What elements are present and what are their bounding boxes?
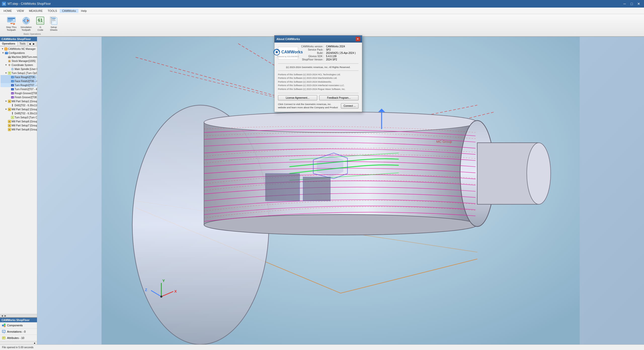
- feedback-program-button[interactable]: Feedback Program...: [319, 95, 358, 100]
- setup-sheets-button[interactable]: SetupSheets: [48, 16, 59, 32]
- tree-item-turn-finish2[interactable]: ▷ F Turn Finish2[T07 - 40x55: [1, 87, 36, 91]
- finish-groove2-label: Finish Groove2[T08 - 2.54 C: [15, 96, 37, 99]
- step-thru-icon: [7, 16, 16, 25]
- tree-item-finish-groove2[interactable]: ▷ FG Finish Groove2[T08 - 2.54 C: [1, 95, 36, 99]
- version-value: CAMWorks 2024: [326, 45, 356, 48]
- tab-operations[interactable]: Operations: [0, 42, 18, 46]
- tree-item-main-spindle[interactable]: ▷ Main Spindle [User Define: [1, 67, 36, 71]
- svg-marker-6: [13, 23, 15, 25]
- tree-item-configurations[interactable]: ▼ Configurations: [1, 51, 36, 55]
- annotations-label: Annotations - 0: [7, 330, 26, 333]
- svg-text:M: M: [3, 3, 5, 5]
- tree-item-stock[interactable]: ▷ Stock Manager[1005]: [1, 59, 36, 63]
- window-controls: ─ □ ✕: [621, 1, 642, 7]
- step-thru-toolpath-button[interactable]: Step ThruToolpath: [5, 16, 18, 32]
- portion-2: Portions of this Software (c) 2023-2024 …: [278, 80, 358, 84]
- close-button[interactable]: ✕: [635, 1, 642, 7]
- configurations-label: Configurations: [9, 52, 25, 54]
- ribbon-icons: Step ThruToolpath SimulationToolpath: [5, 15, 59, 32]
- svg-rect-7: [10, 23, 13, 24]
- minimize-button[interactable]: ─: [621, 1, 628, 7]
- svg-point-91: [204, 112, 477, 132]
- simulation-icon: [22, 16, 31, 25]
- tree-item-turn-rough2[interactable]: ▷ R Turn Rough2[T07 - 40x55: [1, 83, 36, 87]
- turn-finish2-icon: F: [11, 87, 14, 91]
- mill2-label: Mill Part Setup2 [Group6]: [12, 108, 37, 111]
- menu-tools[interactable]: TOOLS: [45, 9, 60, 13]
- face-finish-label: Face Finish2[T06 - 40x80: [15, 80, 37, 83]
- panel-tab-row: Operations Tools ◀ ▶: [0, 41, 37, 46]
- turn-rough2-label: Turn Rough2[T07 - 40x55: [15, 84, 37, 87]
- tree-item-drill1[interactable]: ▷ Drill1[T02 - 6.30x118.00deg: [1, 103, 36, 107]
- svg-point-111: [276, 51, 278, 53]
- expand-bottom-arrow[interactable]: ▲: [33, 342, 36, 344]
- portions-text: Portions of this Software (c) 2023-2024 …: [278, 73, 358, 91]
- spindle-label: Main Spindle [User Define: [15, 68, 37, 71]
- components-icon: [2, 323, 6, 328]
- expand-configurations[interactable]: ▼: [2, 51, 5, 54]
- panel-scroll-right[interactable]: ▶: [4, 314, 7, 317]
- tree-item-mill-setup8[interactable]: ▷ M Mill Part Setup8 [Group9]: [1, 127, 36, 131]
- tree-item-turn-setup3[interactable]: ▷ T Turn Setup3 [Turn OpSetups]: [1, 115, 36, 119]
- panel-scroll-left[interactable]: ◀: [1, 314, 4, 317]
- tree-item-face-rough[interactable]: ▷ R Face Rough2[T06 - 40x80: [1, 75, 36, 79]
- svg-text:N: N: [5, 48, 6, 50]
- menu-view[interactable]: VIEW: [14, 9, 26, 13]
- simulation-toolpath-button[interactable]: SimulationToolpath: [20, 16, 33, 32]
- coord-label: Coordinate System: [12, 64, 33, 66]
- nc-label: CAMWorks NC Manager: [8, 48, 36, 50]
- maximize-button[interactable]: □: [628, 1, 635, 7]
- g-code-button[interactable]: G1 GCode: [35, 16, 46, 32]
- ribbon-group-basic-ops: Step ThruToolpath SimulationToolpath: [2, 15, 62, 36]
- expand-mill1[interactable]: ▼: [5, 100, 8, 103]
- tree-item-rough-groove2[interactable]: ▷ RG Rough Groove2[T08 - 2.54: [1, 91, 36, 95]
- annotations-icon: [2, 329, 6, 334]
- expand-mill2[interactable]: ▼: [5, 108, 8, 111]
- expand-turn-setup1[interactable]: ▼: [5, 72, 8, 75]
- glovius-label: Glovius SDK :: [301, 55, 324, 58]
- annotations-item[interactable]: Annotations - 0: [0, 329, 37, 335]
- tree-item-mill-part-setup1[interactable]: ▼ M Mill Part Setup1 [Group1]: [1, 99, 36, 103]
- license-agreement-button[interactable]: License Agreement...: [278, 95, 317, 100]
- expand-camworks-nc[interactable]: ▼: [1, 47, 4, 50]
- menu-help[interactable]: Help: [78, 9, 89, 13]
- tree-item-mill-setup6[interactable]: ▷ M Mill Part Setup6 [Group7]: [1, 119, 36, 123]
- svg-text:Z: Z: [145, 288, 147, 292]
- svg-text:M: M: [9, 109, 10, 110]
- attributes-item[interactable]: Attributes - 10: [0, 335, 37, 341]
- service-pack-label: Service Pack :: [301, 48, 324, 51]
- tree-item-drill2[interactable]: ▷ Drill5[T02 - 6.30x118.00deg: [1, 111, 36, 115]
- turn-setup1-label: Turn Setup1 [Turn OpSetup1]: [12, 72, 37, 75]
- tree-item-mill-setup7[interactable]: ▷ M Mill Part Setup7 [Group8]: [1, 123, 36, 127]
- svg-text:F: F: [12, 89, 13, 90]
- drill2-label: Drill5[T02 - 6.30x118.00deg: [15, 112, 37, 115]
- dialog-close-button[interactable]: ✕: [355, 37, 360, 41]
- face-rough-label: Face Rough2[T06 - 40x80: [15, 76, 37, 79]
- tab-left-arrow[interactable]: ◀: [28, 43, 32, 45]
- step-thru-label: Step ThruToolpath: [6, 26, 17, 31]
- nc-icon: N: [4, 47, 8, 51]
- tree-item-coordinate[interactable]: ▼ Coordinate System: [1, 63, 36, 67]
- menu-bar: HOME VIEW MEASURE TOOLS CAMWorks Help: [0, 8, 644, 14]
- menu-camworks[interactable]: CAMWorks: [60, 9, 78, 13]
- tab-right-arrow[interactable]: ▶: [32, 43, 36, 45]
- connect-button[interactable]: Connect ...: [341, 103, 358, 109]
- tree-item-face-finish[interactable]: ▷ F Face Finish2[T06 - 40x80: [1, 79, 36, 83]
- mill1-icon: M: [8, 99, 11, 103]
- expand-coordinate[interactable]: ▼: [5, 63, 8, 66]
- portion-0: Portions of this Software (c) 2023-2024 …: [278, 73, 358, 76]
- tree-item-machine[interactable]: ▷ Machine [Mill/Turn-mm]: [1, 55, 36, 59]
- expand-arrow-row: ▲: [0, 341, 37, 344]
- tree-item-camworks-nc[interactable]: ▼ N CAMWorks NC Manager: [1, 47, 36, 51]
- components-item[interactable]: Components: [0, 322, 37, 329]
- tree-item-mill-part-setup2[interactable]: ▼ M Mill Part Setup2 [Group6]: [1, 107, 36, 111]
- svg-text:RG: RG: [11, 93, 13, 94]
- operations-tree: ▼ N CAMWorks NC Manager ▼ Configurations…: [0, 46, 37, 314]
- tab-tools[interactable]: Tools: [18, 42, 28, 46]
- shopfloor-value: 2024 SP2: [326, 58, 356, 61]
- svg-point-95: [527, 143, 551, 204]
- tree-item-turn-setup1[interactable]: ▼ T Turn Setup1 [Turn OpSetup1]: [1, 71, 36, 75]
- build-value: 2024/0425 ( 25-Apr-2024 ): [326, 52, 356, 54]
- menu-home[interactable]: HOME: [1, 9, 14, 13]
- menu-measure[interactable]: MEASURE: [26, 9, 45, 13]
